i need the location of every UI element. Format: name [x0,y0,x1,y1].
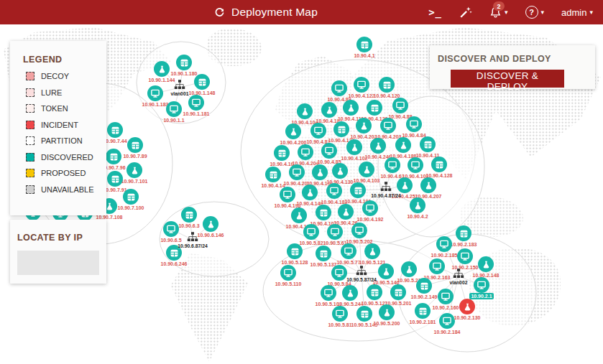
cluster-hub[interactable] [380,182,392,195]
map-node[interactable] [380,118,396,134]
map-node[interactable] [289,164,305,180]
map-node[interactable] [346,139,362,155]
map-node[interactable] [350,182,366,198]
terminal-icon[interactable]: >_ [428,6,442,18]
notifications-button[interactable]: 2 ▾ [489,6,508,19]
map-node[interactable] [332,163,348,179]
map-node[interactable] [408,157,423,173]
map-node[interactable] [415,303,431,319]
map-node[interactable] [367,100,382,116]
map-node[interactable] [385,157,400,173]
map-node[interactable] [429,258,445,274]
map-node[interactable] [331,265,347,281]
map-node[interactable] [265,167,281,182]
map-node[interactable] [370,138,386,154]
map-node[interactable] [126,162,142,178]
map-node[interactable] [312,164,328,180]
map-node[interactable] [332,306,348,322]
map-node-incident[interactable] [459,299,475,314]
discover-deploy-button[interactable]: DISCOVER & DEPLOY [451,70,564,88]
map-node[interactable] [176,55,192,70]
map-node[interactable] [356,37,372,52]
cluster-hub[interactable] [174,80,185,93]
map-node[interactable] [390,284,406,300]
cluster-hub[interactable] [187,232,198,245]
map-node[interactable] [316,246,331,261]
map-node[interactable] [321,285,336,301]
map-node[interactable] [439,313,455,329]
map-node[interactable] [364,243,380,259]
wand-icon[interactable] [459,6,472,19]
map-node[interactable] [401,261,417,277]
map-node[interactable] [456,225,471,241]
map-node[interactable] [107,171,123,187]
help-button[interactable]: ? ▾ [525,6,545,19]
map-node[interactable] [354,77,369,93]
map-node[interactable] [280,187,295,202]
map-node[interactable] [379,77,395,93]
cluster-hub[interactable] [453,269,464,281]
map-node[interactable] [127,137,143,153]
map-node[interactable] [338,204,354,220]
map-node[interactable] [367,284,382,300]
map-node[interactable] [438,289,454,304]
locate-by-ip-input[interactable] [17,251,99,275]
map-node[interactable] [274,145,290,161]
map-node[interactable] [436,236,452,252]
map-node[interactable] [326,183,342,199]
map-node[interactable] [406,116,422,132]
map-node[interactable] [287,243,303,259]
map-node[interactable] [154,61,170,77]
map-node[interactable] [123,189,139,205]
map-node[interactable] [379,304,395,320]
map-node[interactable] [331,80,347,96]
map-node[interactable] [356,306,372,322]
map-node[interactable] [163,221,179,237]
map-node[interactable] [303,224,319,240]
map-node[interactable] [343,100,359,116]
map-node[interactable] [194,74,210,90]
map-node[interactable] [420,136,436,152]
map-node[interactable] [291,207,307,223]
map-node[interactable] [410,197,425,213]
map-node[interactable] [316,205,331,220]
map-node[interactable] [342,285,358,301]
map-node[interactable] [166,245,182,261]
map-node[interactable] [359,162,374,177]
map-node[interactable] [362,200,378,216]
map-node[interactable] [181,207,197,223]
map-node[interactable] [351,223,367,238]
map-node[interactable] [280,265,296,281]
map-node[interactable] [397,177,413,193]
map-node[interactable] [166,101,182,117]
map-node[interactable] [356,118,372,134]
map-node[interactable] [147,85,163,101]
map-node[interactable] [107,122,123,138]
map-node[interactable] [297,103,313,119]
map-node[interactable] [203,216,218,232]
admin-menu[interactable]: admin ▾ [561,7,593,18]
map-node[interactable] [298,144,313,160]
map-node[interactable] [310,123,326,139]
map-node[interactable] [341,243,356,259]
map-node[interactable] [392,98,408,113]
map-node[interactable] [474,277,489,293]
map-node[interactable] [285,123,301,139]
cluster-boundary [160,202,269,276]
map-node[interactable] [321,102,337,118]
map-node[interactable] [420,177,436,193]
cluster-hub[interactable] [356,266,367,279]
map-node[interactable] [457,248,473,264]
map-node[interactable] [478,256,494,272]
map-node[interactable] [416,278,432,294]
map-node[interactable] [302,185,318,200]
refresh-icon[interactable] [214,7,225,18]
map-node[interactable] [395,137,411,153]
map-node[interactable] [188,95,204,111]
map-node[interactable] [333,121,349,137]
map-node[interactable] [321,143,337,159]
map-node[interactable] [106,149,121,164]
map-node[interactable] [378,263,394,279]
map-node[interactable] [431,157,447,172]
map-node[interactable] [327,224,343,240]
